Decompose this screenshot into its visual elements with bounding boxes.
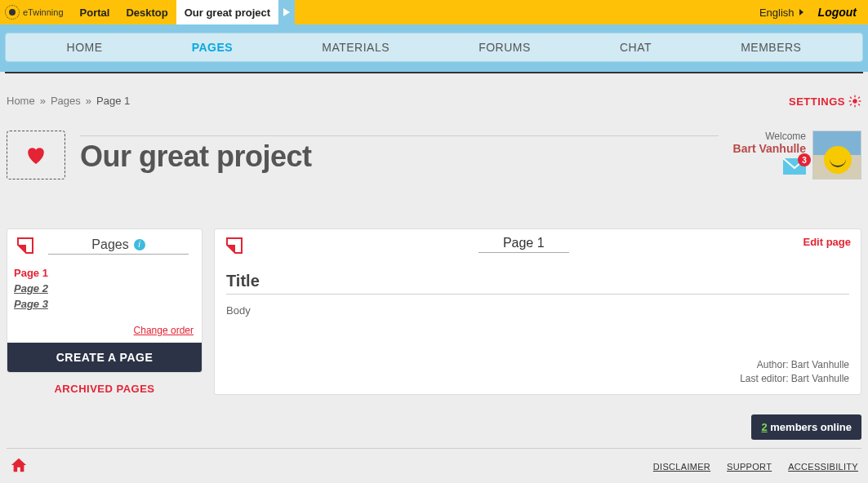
create-page-button[interactable]: CREATE A PAGE (7, 343, 202, 372)
favorite-box[interactable] (7, 131, 65, 179)
content-meta: Author: Bart Vanhulle Last editor: Bart … (740, 358, 849, 386)
svg-rect-8 (850, 104, 852, 106)
svg-rect-7 (858, 104, 861, 106)
content-title: Title (226, 272, 849, 295)
footer-disclaimer[interactable]: DISCLAIMER (653, 462, 710, 472)
settings-label: SETTINGS (789, 95, 845, 108)
avatar[interactable] (812, 131, 861, 179)
nav-materials[interactable]: MATERIALS (322, 41, 389, 54)
gear-icon (848, 95, 861, 108)
svg-rect-3 (854, 105, 855, 108)
members-online-button[interactable]: 2 members online (751, 414, 861, 440)
pages-panel-title: Pages (91, 237, 128, 252)
nav-forums[interactable]: FORUMS (479, 41, 531, 54)
page-content-panel: Page 1 Edit page Title Body Author: Bart… (214, 228, 861, 395)
change-order-link[interactable]: Change order (134, 325, 194, 336)
home-icon (10, 457, 28, 473)
settings-link[interactable]: SETTINGS (789, 95, 861, 108)
breadcrumb-home[interactable]: Home (7, 95, 35, 107)
editor-label: Last editor: Bart Vanhulle (740, 372, 849, 386)
main-nav: HOME PAGES MATERIALS FORUMS CHAT MEMBERS (5, 33, 863, 62)
language-selector[interactable]: English (759, 7, 803, 19)
heart-icon (24, 145, 47, 165)
user-box: Welcome Bart Vanhulle 3 (733, 131, 861, 179)
online-count: 2 (761, 421, 767, 433)
content-page-title: Page 1 (479, 236, 569, 253)
footer: 2 members online DISCLAIMER SUPPORT ACCE… (7, 414, 861, 483)
mail-button[interactable]: 3 (783, 158, 806, 177)
edit-page-link[interactable]: Edit page (803, 236, 851, 248)
breadcrumb-pages[interactable]: Pages (51, 95, 81, 107)
chevron-right-icon (799, 9, 803, 16)
username-link[interactable]: Bart Vanhulle (733, 142, 806, 155)
breadcrumb: Home » Pages » Page 1 (7, 95, 130, 107)
language-label: English (759, 7, 795, 19)
archived-pages-link[interactable]: ARCHIVED PAGES (7, 383, 203, 395)
brand-text: eTwinning (23, 7, 64, 17)
author-label: Author: Bart Vanhulle (740, 358, 849, 372)
home-button[interactable] (10, 457, 28, 476)
breadcrumb-current: Page 1 (96, 95, 130, 107)
svg-rect-2 (854, 95, 855, 98)
divider (5, 72, 863, 73)
svg-marker-0 (283, 8, 290, 16)
nav-members[interactable]: MEMBERS (741, 41, 801, 54)
page-list-item-3[interactable]: Page 3 (14, 298, 195, 310)
online-label: members online (768, 421, 852, 433)
nav-chat[interactable]: CHAT (620, 41, 652, 54)
brand-logo[interactable]: eTwinning (5, 5, 64, 20)
nav-home[interactable]: HOME (67, 41, 103, 54)
page-list-item-1[interactable]: Page 1 (14, 267, 195, 279)
svg-rect-5 (859, 100, 861, 101)
footer-support[interactable]: SUPPORT (727, 462, 772, 472)
topnav-portal[interactable]: Portal (72, 0, 118, 24)
page-fold-icon (16, 236, 35, 255)
play-icon (283, 8, 290, 16)
svg-rect-9 (858, 96, 861, 99)
logo-icon (5, 5, 20, 20)
logout-link[interactable]: Logout (818, 6, 857, 19)
play-button[interactable] (278, 0, 295, 24)
content-area: Home » Pages » Page 1 SETTINGS Our great… (0, 80, 868, 483)
page-fold-icon (225, 236, 244, 255)
page-title: Our great project (80, 140, 719, 174)
pages-panel: Pages i Page 1 Page 2 Page 3 Change orde… (7, 228, 203, 373)
mail-badge: 3 (798, 153, 811, 166)
svg-rect-6 (850, 96, 852, 99)
top-bar: eTwinning Portal Desktop Our great proje… (0, 0, 868, 24)
page-list-item-2[interactable]: Page 2 (14, 282, 195, 295)
welcome-label: Welcome (733, 131, 806, 142)
content-body: Body (226, 304, 849, 317)
info-icon[interactable]: i (134, 239, 145, 250)
topnav-project[interactable]: Our great project (176, 0, 278, 24)
svg-point-1 (852, 99, 857, 103)
footer-accessibility[interactable]: ACCESSIBILITY (788, 462, 858, 472)
main-nav-wrap: HOME PAGES MATERIALS FORUMS CHAT MEMBERS (0, 24, 868, 72)
nav-pages[interactable]: PAGES (192, 41, 233, 54)
topnav-desktop[interactable]: Desktop (118, 0, 176, 24)
svg-rect-4 (849, 100, 852, 101)
